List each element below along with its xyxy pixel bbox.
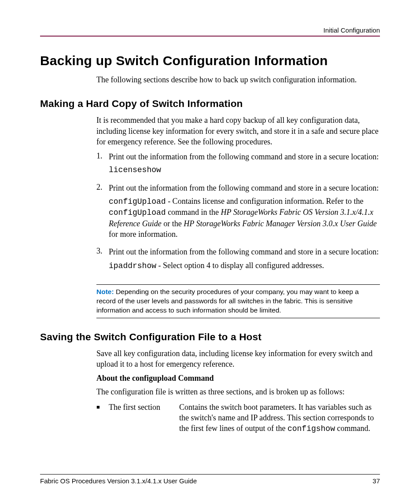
note-rule-bottom: [96, 318, 380, 318]
command-text: ipaddrshow: [109, 261, 156, 270]
command-text: licenseshow: [109, 165, 380, 175]
text-run: command in the: [166, 208, 221, 217]
header-rule: [40, 36, 380, 37]
step-detail: configUpload - Contains license and conf…: [109, 196, 380, 239]
text-run: - Contains license and configuration inf…: [166, 197, 364, 206]
procedure-step-1: 1. Print out the information from the fo…: [96, 151, 380, 178]
subheading-configupload: About the configupload Command: [96, 374, 380, 383]
note-text: Depending on the security procedures of …: [96, 288, 359, 314]
procedure-step-2: 2. Print out the information from the fo…: [96, 183, 380, 242]
step-text: Print out the information from the follo…: [109, 151, 380, 162]
definition-term: The first section: [109, 402, 179, 434]
bullet-icon: ■: [96, 402, 109, 434]
note-block: Note: Depending on the security procedur…: [96, 287, 380, 315]
procedure-step-3: 3. Print out the information from the fo…: [96, 246, 380, 274]
command-text: configUpload: [109, 197, 166, 206]
procedure-list: 1. Print out the information from the fo…: [96, 151, 380, 274]
text-run: for more information.: [109, 230, 177, 239]
note-rule-top: [96, 284, 380, 285]
command-text: configUpload: [109, 208, 166, 217]
sec1-paragraph: It is recommended that you make a hard c…: [96, 115, 380, 147]
step-number: 1.: [96, 151, 109, 178]
text-run: command.: [335, 424, 370, 433]
running-header: Initial Configuration: [40, 26, 380, 34]
definition-list: ■ The first section Contains the switch …: [96, 402, 380, 434]
section-heading-saving: Saving the Switch Configuration File to …: [40, 331, 380, 343]
footer-title: Fabric OS Procedures Version 3.1.x/4.1.x…: [40, 477, 197, 485]
intro-paragraph: The following sections describe how to b…: [96, 74, 380, 85]
step-text: Print out the information from the follo…: [109, 246, 380, 257]
sec2-paragraph-2: The configuration file is written as thr…: [96, 386, 380, 397]
page-number: 37: [372, 477, 380, 485]
definition-item: ■ The first section Contains the switch …: [96, 402, 380, 434]
page-title: Backing up Switch Configuration Informat…: [40, 53, 380, 68]
text-run: or the: [162, 219, 184, 228]
definition-description: Contains the switch boot parameters. It …: [179, 402, 380, 434]
step-number: 2.: [96, 183, 109, 242]
reference-title: HP StorageWorks Fabric Manager Version 3…: [184, 219, 376, 228]
section-heading-hardcopy: Making a Hard Copy of Switch Information: [40, 98, 380, 110]
sec2-paragraph: Save all key configuration data, includi…: [96, 348, 380, 370]
note-label: Note:: [96, 288, 114, 295]
step-detail: ipaddrshow - Select option 4 to display …: [109, 260, 380, 271]
command-text: configshow: [287, 424, 335, 433]
step-text: Print out the information from the follo…: [109, 183, 380, 193]
text-run: - Select option 4 to display all configu…: [156, 261, 324, 270]
page-footer: Fabric OS Procedures Version 3.1.x/4.1.x…: [40, 474, 380, 485]
step-number: 3.: [96, 246, 109, 274]
